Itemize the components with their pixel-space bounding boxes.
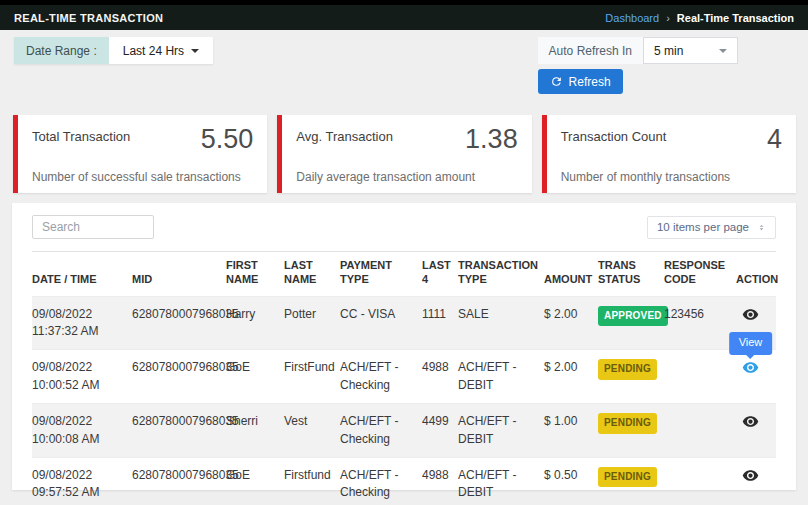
status-badge: APPROVED xyxy=(598,306,668,327)
response-code-cell xyxy=(664,404,736,458)
view-tooltip: View xyxy=(729,332,773,355)
refresh-button-label: Refresh xyxy=(569,75,611,89)
table-row: 09/08/2022 10:00:52 AM6280780007968035Go… xyxy=(32,350,776,404)
auto-refresh-control: Auto Refresh In 5 min xyxy=(538,37,738,64)
breadcrumb-separator: › xyxy=(666,12,670,24)
trans-status-cell: PENDING xyxy=(598,350,664,404)
stat-card-avg-transaction: Avg. Transaction 1.38 Daily average tran… xyxy=(277,115,531,193)
action-cell xyxy=(736,404,776,458)
stat-title: Total Transaction xyxy=(32,126,130,144)
breadcrumb-dashboard-link[interactable]: Dashboard xyxy=(605,12,659,24)
date-time-cell: 09/08/2022 10:00:52 AM xyxy=(32,350,132,404)
controls-row: Date Range : Last 24 Hrs Auto Refresh In… xyxy=(14,37,738,94)
status-badge: PENDING xyxy=(598,413,657,434)
mid-cell: 6280780007968035 xyxy=(132,350,226,404)
view-eye-icon[interactable] xyxy=(742,467,759,484)
table-row: 09/08/2022 10:00:08 AM6280780007968035Sh… xyxy=(32,404,776,458)
stat-description: Number of successful sale transactions xyxy=(32,170,253,184)
payment-type-cell: ACH/EFT - Checking xyxy=(340,350,422,404)
column-header: FIRST NAME xyxy=(226,252,284,297)
stat-title: Transaction Count xyxy=(561,126,667,144)
payment-type-cell: ACH/EFT - Checking xyxy=(340,404,422,458)
response-code-cell xyxy=(664,350,736,404)
date-time-cell: 09/08/2022 11:37:32 AM xyxy=(32,296,132,350)
stat-value: 4 xyxy=(767,126,782,153)
items-per-page-label: 10 items per page xyxy=(657,221,749,233)
transaction-type-cell: ACH/EFT - DEBIT xyxy=(458,404,544,458)
refresh-icon xyxy=(550,75,563,88)
refresh-button[interactable]: Refresh xyxy=(538,69,623,94)
stat-description: Daily average transaction amount xyxy=(296,170,517,184)
column-header: ACTION xyxy=(736,252,776,297)
stat-value: 5.50 xyxy=(201,126,254,153)
unfold-icon xyxy=(757,223,766,232)
payment-type-cell: ACH/EFT - Checking xyxy=(340,457,422,505)
chevron-down-icon xyxy=(719,49,727,53)
stat-cards: Total Transaction 5.50 Number of success… xyxy=(13,115,796,193)
amount-cell: $ 2.00 xyxy=(544,296,598,350)
last-name-cell: Vest xyxy=(284,404,340,458)
table-row: 09/08/2022 11:37:32 AM6280780007968035Ha… xyxy=(32,296,776,350)
response-code-cell: 123456 xyxy=(664,296,736,350)
first-name-cell: GoE xyxy=(226,457,284,505)
last-name-cell: Firstfund xyxy=(284,457,340,505)
breadcrumb-current: Real-Time Transaction xyxy=(677,12,794,24)
mid-cell: 6280780007968035 xyxy=(132,457,226,505)
last-name-cell: FirstFund xyxy=(284,350,340,404)
table-header-row: DATE / TIMEMIDFIRST NAMELAST NAMEPAYMENT… xyxy=(32,252,776,297)
refresh-group: Auto Refresh In 5 min Refresh xyxy=(538,37,738,94)
amount-cell: $ 2.00 xyxy=(544,350,598,404)
status-badge: PENDING xyxy=(598,467,657,488)
last4-cell: 4499 xyxy=(422,404,458,458)
stat-card-total-transaction: Total Transaction 5.50 Number of success… xyxy=(13,115,267,193)
date-range-value: Last 24 Hrs xyxy=(123,44,184,58)
table-toolbar: 10 items per page xyxy=(32,215,776,239)
transaction-type-cell: ACH/EFT - DEBIT xyxy=(458,350,544,404)
action-cell: View xyxy=(736,350,776,404)
stat-title: Avg. Transaction xyxy=(296,126,393,144)
view-eye-icon[interactable] xyxy=(742,306,759,323)
response-code-cell xyxy=(664,457,736,505)
transaction-type-cell: ACH/EFT - DEBIT xyxy=(458,457,544,505)
column-header: TRANSACTION TYPE xyxy=(458,252,544,297)
first-name-cell: GoE xyxy=(226,350,284,404)
transactions-panel: 10 items per page DATE / TIMEMIDFIRST NA… xyxy=(12,203,796,490)
action-cell xyxy=(736,457,776,505)
column-header: RESPONSE CODE xyxy=(664,252,736,297)
page-title: REAL-TIME TRANSACTION xyxy=(14,12,163,24)
view-eye-icon[interactable] xyxy=(742,413,759,430)
mid-cell: 6280780007968035 xyxy=(132,404,226,458)
stat-card-transaction-count: Transaction Count 4 Number of monthly tr… xyxy=(542,115,796,193)
search-input[interactable] xyxy=(32,215,154,239)
transactions-table: DATE / TIMEMIDFIRST NAMELAST NAMEPAYMENT… xyxy=(32,251,776,505)
date-range-control: Date Range : Last 24 Hrs xyxy=(14,37,213,64)
date-range-dropdown[interactable]: Last 24 Hrs xyxy=(109,37,213,64)
last4-cell: 4988 xyxy=(422,350,458,404)
status-badge: PENDING xyxy=(598,359,657,380)
auto-refresh-value: 5 min xyxy=(654,44,683,58)
auto-refresh-label: Auto Refresh In xyxy=(538,37,643,64)
column-header: LAST 4 xyxy=(422,252,458,297)
last4-cell: 1111 xyxy=(422,296,458,350)
trans-status-cell: APPROVED xyxy=(598,296,664,350)
column-header: PAYMENT TYPE xyxy=(340,252,422,297)
stat-description: Number of monthly transactions xyxy=(561,170,782,184)
breadcrumb: Dashboard › Real-Time Transaction xyxy=(605,12,794,24)
column-header: DATE / TIME xyxy=(32,252,132,297)
trans-status-cell: PENDING xyxy=(598,404,664,458)
last4-cell: 4988 xyxy=(422,457,458,505)
payment-type-cell: CC - VISA xyxy=(340,296,422,350)
column-header: TRANS STATUS xyxy=(598,252,664,297)
auto-refresh-select[interactable]: 5 min xyxy=(643,37,738,64)
last-name-cell: Potter xyxy=(284,296,340,350)
column-header: MID xyxy=(132,252,226,297)
mid-cell: 6280780007968035 xyxy=(132,296,226,350)
items-per-page-select[interactable]: 10 items per page xyxy=(647,216,776,239)
date-time-cell: 09/08/2022 10:00:08 AM xyxy=(32,404,132,458)
table-row: 09/08/2022 09:57:52 AM6280780007968035Go… xyxy=(32,457,776,505)
first-name-cell: Harry xyxy=(226,296,284,350)
amount-cell: $ 0.50 xyxy=(544,457,598,505)
column-header: AMOUNT xyxy=(544,252,598,297)
date-time-cell: 09/08/2022 09:57:52 AM xyxy=(32,457,132,505)
amount-cell: $ 1.00 xyxy=(544,404,598,458)
